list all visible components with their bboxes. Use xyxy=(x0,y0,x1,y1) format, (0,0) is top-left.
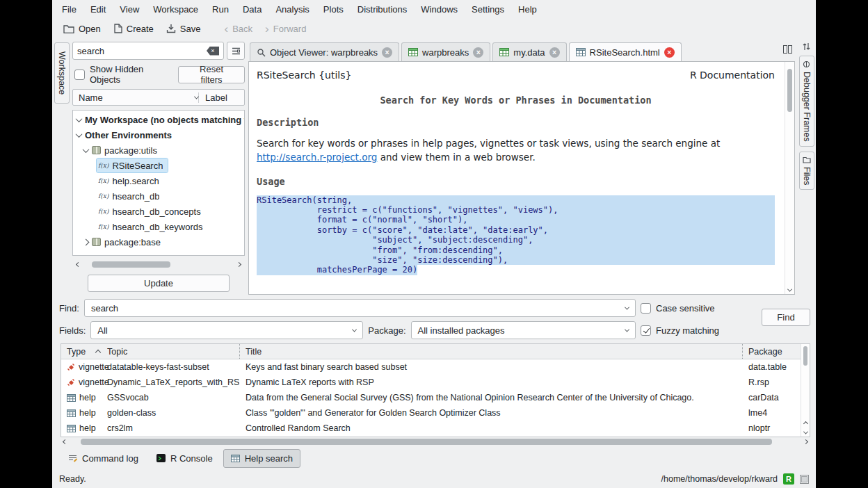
tree-item-hsearch-db-concepts[interactable]: f(x) hsearch_db_concepts xyxy=(73,204,244,219)
filter-options-button[interactable] xyxy=(227,42,245,60)
close-tab-icon[interactable]: × xyxy=(473,47,483,58)
tree-item-label: My Workspace (no objects matching filter… xyxy=(85,115,244,125)
fuzzy-matching-option[interactable]: Fuzzy matching xyxy=(641,325,746,336)
search-input[interactable] xyxy=(77,46,207,56)
tree-item-my-workspace[interactable]: My Workspace (no objects matching filter… xyxy=(73,112,244,127)
tab-rsitesearch-html[interactable]: RSiteSearch.html × xyxy=(569,42,682,61)
menu-view[interactable]: View xyxy=(120,4,139,15)
tree-item-help-search[interactable]: f(x) help.search xyxy=(73,173,244,188)
show-hidden-checkbox[interactable] xyxy=(74,70,85,80)
result-row[interactable]: help GSSvocab Data from the General Soci… xyxy=(61,390,801,405)
files-tool-tab[interactable]: Files xyxy=(799,152,814,190)
tree-item-other-environments[interactable]: Other Environments xyxy=(73,127,244,143)
scroll-down-icon[interactable] xyxy=(801,431,810,434)
scroll-up-icon[interactable] xyxy=(801,422,810,425)
tree-item-package-base[interactable]: package:base xyxy=(73,234,244,250)
column-topic[interactable]: Topic xyxy=(107,347,239,357)
scroll-right-icon[interactable] xyxy=(234,263,243,266)
find-button[interactable]: Find xyxy=(762,309,810,326)
search-r-project-link[interactable]: http://search.r-project.org xyxy=(257,152,377,163)
tree-item-label: package:base xyxy=(104,237,161,247)
menu-data[interactable]: Data xyxy=(243,4,262,15)
tab-label: RSiteSearch.html xyxy=(590,47,660,58)
doc-scrollbar[interactable] xyxy=(785,62,794,294)
scroll-left-icon[interactable] xyxy=(61,440,70,444)
results-header: Type Topic Title Package xyxy=(61,344,801,359)
results-horizontal-scrollbar[interactable] xyxy=(61,437,810,446)
close-tab-icon[interactable]: × xyxy=(549,47,560,58)
tree-column-header: Name Label xyxy=(72,89,245,106)
tab-warpbreaks[interactable]: warpbreaks × xyxy=(401,42,490,61)
result-row[interactable]: vignette datatable-keys-fast-subset Keys… xyxy=(61,359,801,375)
working-directory: /home/thomas/develop/rkward xyxy=(661,474,778,484)
clear-search-icon[interactable]: × xyxy=(207,47,219,56)
save-button[interactable]: Save xyxy=(161,22,207,36)
update-button[interactable]: Update xyxy=(88,275,230,292)
scroll-right-icon[interactable] xyxy=(801,440,810,444)
open-button[interactable]: Open xyxy=(58,22,106,36)
help-search-tab[interactable]: Help search xyxy=(223,449,300,468)
result-row[interactable]: vignette Dynamic_LaTeX_reports_with_RSP … xyxy=(61,375,801,390)
find-combobox[interactable]: search xyxy=(84,299,636,317)
scrollbar-thumb[interactable] xyxy=(803,346,807,366)
tree-item-rsitesearch[interactable]: f(x) RSiteSearch xyxy=(73,158,244,173)
menu-file[interactable]: File xyxy=(62,4,77,15)
scrollbar-thumb[interactable] xyxy=(81,439,772,445)
name-column-header[interactable]: Name xyxy=(79,92,198,103)
menu-edit[interactable]: Edit xyxy=(90,4,106,15)
fuzzy-matching-checkbox[interactable] xyxy=(641,325,651,336)
tab-object-viewer[interactable]: Object Viewer: warpbreaks × xyxy=(250,42,399,61)
menu-windows[interactable]: Windows xyxy=(421,4,458,15)
package-combobox[interactable]: All installed packages xyxy=(411,321,636,339)
menu-settings[interactable]: Settings xyxy=(472,4,504,15)
menu-analysis[interactable]: Analysis xyxy=(275,4,309,15)
scrollbar-thumb[interactable] xyxy=(787,69,792,112)
split-view-icon[interactable] xyxy=(783,45,792,54)
back-button[interactable]: ‹ Back xyxy=(218,22,258,36)
menu-run[interactable]: Run xyxy=(212,4,229,15)
results-vertical-scrollbar[interactable] xyxy=(801,344,810,437)
tree-horizontal-scrollbar[interactable] xyxy=(72,260,245,269)
scroll-left-icon[interactable] xyxy=(74,263,83,266)
collapse-icon[interactable] xyxy=(83,146,90,153)
collapse-icon[interactable] xyxy=(76,115,83,122)
debugger-frames-tool-tab[interactable]: Debugger Frames xyxy=(799,56,814,147)
workspace-tool-tab[interactable]: Workspace xyxy=(54,42,70,104)
scroll-down-icon[interactable] xyxy=(785,288,794,292)
close-tab-icon[interactable]: × xyxy=(664,47,675,58)
fields-label: Fields: xyxy=(59,325,86,336)
rkward-window: File Edit View Workspace Run Data Analys… xyxy=(52,0,816,488)
reset-filters-button[interactable]: Reset filters xyxy=(178,66,245,83)
result-row[interactable]: help crs2lm Controlled Random Search nlo… xyxy=(61,421,801,436)
help-search-icon xyxy=(231,455,240,462)
menu-help[interactable]: Help xyxy=(518,4,537,15)
tree-item-label: package:utils xyxy=(104,145,157,156)
column-type[interactable]: Type xyxy=(61,347,107,357)
expand-icon[interactable] xyxy=(83,238,90,245)
collapse-icon[interactable] xyxy=(76,131,83,138)
tab-my-data[interactable]: my.data × xyxy=(492,42,566,61)
package-label: Package: xyxy=(368,325,405,336)
column-title[interactable]: Title xyxy=(239,344,742,359)
menu-distributions[interactable]: Distributions xyxy=(357,4,408,15)
case-sensitive-checkbox[interactable] xyxy=(641,303,651,314)
tree-item-hsearch-db-keywords[interactable]: f(x) hsearch_db_keywords xyxy=(73,219,244,234)
menu-workspace[interactable]: Workspace xyxy=(153,4,198,15)
scrollbar-thumb[interactable] xyxy=(92,261,170,268)
label-column-header[interactable]: Label xyxy=(198,92,239,103)
r-console-tab[interactable]: R Console xyxy=(149,449,220,468)
section-usage: Usage xyxy=(257,176,775,187)
fields-combobox[interactable]: All xyxy=(90,321,363,339)
move-tabs-icon[interactable] xyxy=(803,42,810,51)
command-log-tab[interactable]: Command log xyxy=(61,449,146,468)
close-tab-icon[interactable]: × xyxy=(382,47,392,58)
create-button[interactable]: Create xyxy=(108,22,159,36)
tree-item-hsearch-db[interactable]: f(x) hsearch_db xyxy=(73,188,244,204)
tree-item-package-utils[interactable]: package:utils xyxy=(73,143,244,158)
result-row[interactable]: help golden-class Class '"golden"' and G… xyxy=(61,405,801,421)
column-package[interactable]: Package xyxy=(742,344,801,359)
forward-button[interactable]: › Forward xyxy=(259,22,312,36)
workspace-search-field[interactable]: × xyxy=(72,42,224,60)
menu-plots[interactable]: Plots xyxy=(323,4,344,15)
case-sensitive-option[interactable]: Case sensitive xyxy=(641,303,746,314)
